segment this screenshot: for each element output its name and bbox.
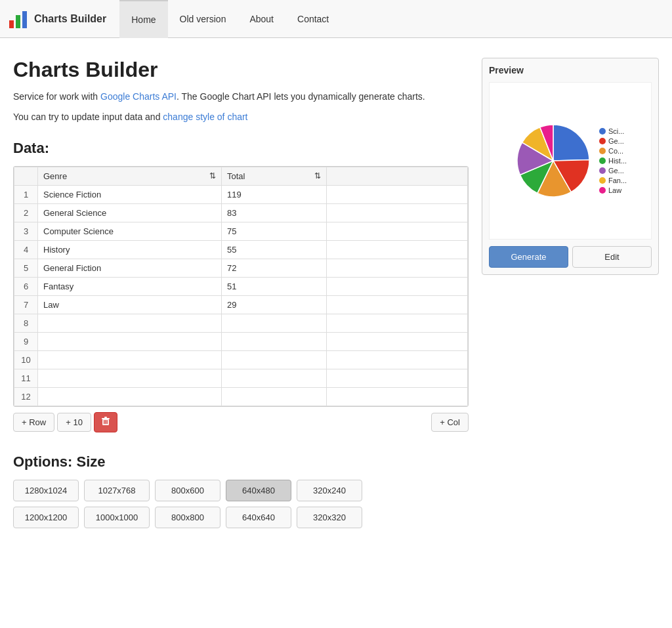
total-cell[interactable]: 119 [222,186,327,204]
google-charts-api-link[interactable]: Google Charts API [100,91,177,102]
total-sort-icon[interactable]: ⇅ [314,171,321,180]
legend-item: Ge... [599,137,627,145]
legend-label: Ge... [608,137,624,145]
extra-cell[interactable] [327,296,468,314]
nav-link-old-version[interactable]: Old version [168,0,238,38]
size-button-800x600[interactable]: 800x600 [155,480,220,501]
legend-dot [599,167,606,174]
size-button-320x240[interactable]: 320x240 [297,480,362,501]
pie-chart-container: Sci... Ge... Co... Hist... Ge... Fan... … [507,115,633,207]
extra-cell[interactable] [327,259,468,278]
legend-item: Fan... [599,177,627,184]
legend-item: Co... [599,147,627,155]
generate-button[interactable]: Generate [489,246,568,268]
genre-cell[interactable]: Science Fiction [38,186,222,204]
brand-name: Charts Builder [34,13,106,25]
extra-cell[interactable] [327,369,468,388]
table-row: 12 [14,388,468,406]
nav-links: HomeOld versionAboutContact [119,0,341,37]
genre-cell[interactable] [38,388,222,406]
genre-cell[interactable]: Computer Science [38,222,222,241]
total-cell[interactable] [222,351,327,369]
svg-rect-0 [9,20,14,28]
total-col-label: Total [227,171,245,181]
content-area: Charts Builder Service for work with Goo… [13,58,469,534]
edit-button[interactable]: Edit [572,246,652,268]
row-num: 8 [14,314,38,333]
total-cell[interactable] [222,369,327,388]
table-row: 7 Law 29 [14,296,468,314]
genre-cell[interactable] [38,351,222,369]
size-group-square: 1200x12001000x1000800x800640x640320x320 [13,507,469,528]
genre-sort-icon[interactable]: ⇅ [209,171,216,180]
th-genre: Genre ⇅ [38,167,222,186]
legend-label: Sci... [608,127,624,135]
size-button-320x320[interactable]: 320x320 [297,507,362,528]
preview-box: Preview Sci... Ge... Co... Hist... Ge...… [482,58,659,275]
genre-cell[interactable]: General Science [38,204,222,222]
svg-rect-1 [16,15,20,28]
nav-link-contact[interactable]: Contact [285,0,341,38]
genre-cell[interactable]: Fantasy [38,278,222,296]
total-cell[interactable]: 29 [222,296,327,314]
total-cell[interactable]: 75 [222,222,327,241]
genre-cell[interactable]: History [38,241,222,259]
nav-link-home[interactable]: Home [119,0,167,38]
genre-cell[interactable]: General Fiction [38,259,222,278]
main-container: Charts Builder Service for work with Goo… [0,38,672,547]
row-num: 6 [14,278,38,296]
total-cell[interactable] [222,333,327,351]
legend-label: Law [608,186,621,194]
table-row: 1 Science Fiction 119 [14,186,468,204]
table-row: 5 General Fiction 72 [14,259,468,278]
size-button-1000x1000[interactable]: 1000x1000 [84,507,150,528]
table-row: 6 Fantasy 51 [14,278,468,296]
extra-cell[interactable] [327,388,468,406]
genre-cell[interactable]: Law [38,296,222,314]
size-button-1027x768[interactable]: 1027x768 [84,480,150,501]
extra-cell[interactable] [327,222,468,241]
extra-cell[interactable] [327,314,468,333]
genre-cell[interactable] [38,369,222,388]
size-button-640x480[interactable]: 640x480 [226,480,291,501]
size-button-1280x1024[interactable]: 1280x1024 [13,480,79,501]
total-cell[interactable]: 83 [222,204,327,222]
total-cell[interactable]: 51 [222,278,327,296]
legend-dot [599,187,606,194]
extra-cell[interactable] [327,351,468,369]
intro1-before: Service for work with [13,91,100,102]
row-num: 12 [14,388,38,406]
total-cell[interactable] [222,388,327,406]
extra-cell[interactable] [327,204,468,222]
legend-label: Co... [608,147,623,155]
extra-cell[interactable] [327,186,468,204]
intro1-after: . The Google Chart API lets you dynamica… [177,91,425,102]
extra-cell[interactable] [327,241,468,259]
extra-cell[interactable] [327,333,468,351]
table-buttons: + Row + 10 + Col [13,412,469,432]
add-col-button[interactable]: + Col [431,413,469,432]
genre-cell[interactable] [38,314,222,333]
size-button-640x640[interactable]: 640x640 [226,507,291,528]
total-cell[interactable] [222,314,327,333]
size-button-1200x1200[interactable]: 1200x1200 [13,507,79,528]
genre-cell[interactable] [38,333,222,351]
nav-link-about[interactable]: About [238,0,285,38]
add-10-rows-button[interactable]: + 10 [57,413,91,432]
legend-dot [599,138,606,144]
extra-cell[interactable] [327,278,468,296]
delete-button[interactable] [94,412,117,432]
row-num: 3 [14,222,38,241]
navbar: Charts Builder HomeOld versionAboutConta… [0,0,672,38]
pie-chart [514,121,593,200]
th-total: Total ⇅ [222,167,327,186]
size-button-800x800[interactable]: 800x800 [155,507,220,528]
total-cell[interactable]: 55 [222,241,327,259]
data-table-wrapper: Genre ⇅ Total ⇅ 1 Science Fiction 119 [13,166,469,407]
change-style-link[interactable]: change style of chart [163,112,247,122]
total-cell[interactable]: 72 [222,259,327,278]
add-row-button[interactable]: + Row [13,413,54,432]
table-row: 8 [14,314,468,333]
svg-rect-7 [105,420,106,424]
svg-rect-4 [102,418,110,419]
